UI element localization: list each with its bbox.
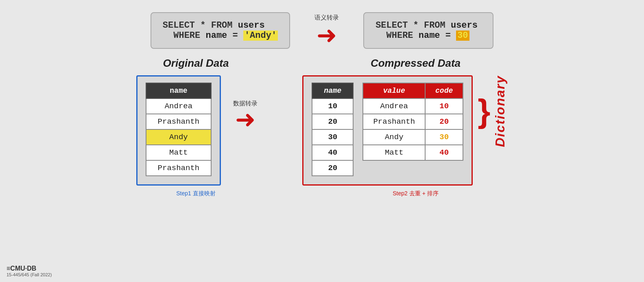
original-sql-box: SELECT * FROM users WHERE name = 'Andy' [151, 12, 290, 49]
original-data-table: name Andrea Prashanth Andy Matt Prashant… [146, 83, 212, 176]
compressed-inner: name 10 20 30 40 20 value c [312, 83, 463, 176]
original-data-label: Original Data [127, 57, 265, 70]
dict-row-matt: Matt 40 [363, 145, 463, 160]
semantic-label: 语义转录 [314, 14, 339, 22]
compressed-row-30: 30 [312, 129, 353, 145]
data-arrow-container: 数据转录 ➜ [233, 100, 258, 132]
dict-code-header: code [425, 83, 463, 98]
dictionary-table: value code Andrea 10 Prashanth 20 [362, 83, 463, 161]
semantic-arrow-container: 语义转录 ➜ [314, 14, 339, 48]
semantic-arrow-icon: ➜ [317, 23, 337, 48]
original-row-andrea: Andrea [146, 98, 212, 114]
step2-label: Step2 去重 + 排序 [393, 190, 438, 197]
dictionary-label-wrapper: } Dictionary [478, 75, 508, 147]
sql-section: SELECT * FROM users WHERE name = 'Andy' … [0, 0, 644, 49]
compressed-row-40: 40 [312, 145, 353, 160]
compressed-row-20b: 20 [312, 160, 353, 176]
dictionary-label: Dictionary [493, 75, 508, 147]
compressed-data-box: name 10 20 30 40 20 value c [302, 75, 473, 186]
original-row-andy: Andy [146, 129, 212, 145]
logo-subtitle: 15-445/645 (Fall 2022) [7, 272, 52, 277]
dict-row-andy: Andy 30 [363, 129, 463, 145]
step1-label: Step1 直接映射 [176, 190, 215, 197]
data-arrow-icon: ➜ [235, 107, 255, 132]
compressed-row-10: 10 [312, 98, 353, 114]
dict-value-header: value [363, 83, 425, 98]
original-sql-value: 'Andy' [243, 31, 278, 41]
compressed-sql-value: 30 [456, 31, 469, 41]
dict-row-prashanth: Prashanth 20 [363, 114, 463, 129]
original-name-header: name [146, 83, 212, 98]
compressed-name-header: name [312, 83, 353, 98]
original-row-prashanth2: Prashanth [146, 160, 212, 176]
compressed-name-table: name 10 20 30 40 20 [312, 83, 354, 176]
compressed-sql-box: SELECT * FROM users WHERE name = 30 [363, 12, 493, 49]
bottom-logo: ≡CMU·DB 15-445/645 (Fall 2022) [7, 265, 52, 277]
original-row-prashanth1: Prashanth [146, 114, 212, 129]
compressed-data-label: Compressed Data [314, 57, 517, 70]
compressed-row-20a: 20 [312, 114, 353, 129]
original-row-matt: Matt [146, 145, 212, 160]
dict-row-andrea: Andrea 10 [363, 98, 463, 114]
original-data-box: name Andrea Prashanth Andy Matt Prashant… [136, 75, 221, 186]
compressed-sql-table: users [451, 20, 478, 31]
original-sql-table: users [238, 20, 265, 31]
logo-text: ≡CMU·DB [7, 265, 52, 272]
curly-brace-icon: } [478, 95, 490, 127]
